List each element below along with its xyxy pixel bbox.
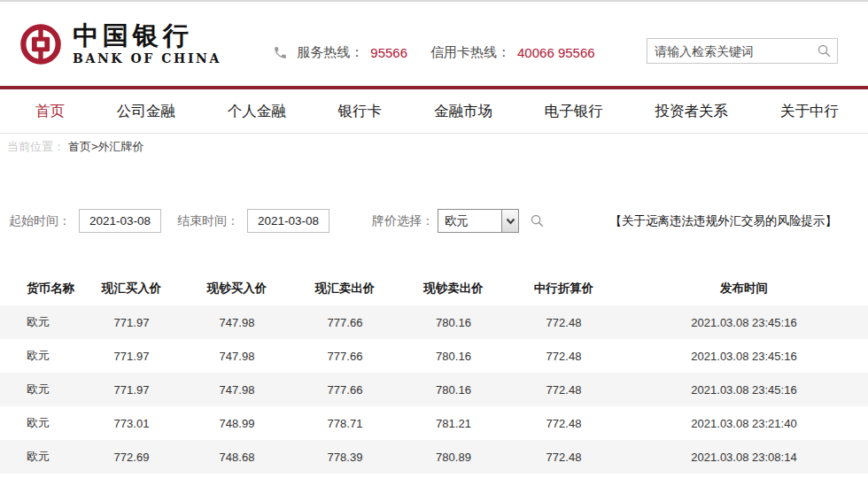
start-date-input[interactable] [79,209,161,233]
cell-boc-conversion: 772.48 [508,373,620,406]
nav-item-bank-card[interactable]: 银行卡 [338,102,383,121]
query-search-icon[interactable] [530,213,545,228]
cell-currency: 欧元 [0,406,80,440]
logo-cn-text: 中国银行 [73,23,221,49]
column-header: 货币名称 [0,272,80,305]
site-header: 中国银行 BANK OF CHINA 服务热线：95566 信用卡热线：4006… [0,2,868,86]
nav-item-financial-markets[interactable]: 金融市场 [434,102,492,121]
nav-item-e-banking[interactable]: 电子银行 [545,102,603,121]
cell-publish-time: 2021.03.08 23:45:16 [620,339,868,373]
breadcrumb-prefix: 当前位置： [7,139,65,155]
cell-spot-sell: 778.39 [291,440,399,474]
cell-cash-sell: 780.16 [399,373,508,406]
start-date-label: 起始时间： [9,213,71,229]
breadcrumb: 当前位置： 首页>外汇牌价 [0,134,868,160]
rate-filters: 起始时间： 结束时间： 牌价选择： 欧元 【关于远离违法违规外汇交易的风险提示】 [0,209,868,233]
nav-item-about-boc[interactable]: 关于中行 [780,102,839,121]
cell-spot-sell: 777.66 [291,339,399,373]
cell-spot-buy: 771.97 [80,339,183,373]
cell-publish-time: 2021.03.08 23:45:16 [620,373,868,406]
cell-boc-conversion: 772.48 [508,305,620,339]
cell-publish-time: 2021.03.08 23:08:14 [620,440,868,474]
currency-select-value: 欧元 [438,213,501,229]
service-hotline-number: 95566 [370,45,407,60]
table-row: 欧元772.69748.68778.39780.89772.482021.03.… [0,440,868,474]
currency-select-label: 牌价选择： [372,213,434,229]
end-date-input[interactable] [247,209,329,233]
currency-select[interactable]: 欧元 [438,209,519,233]
table-row: 欧元773.01748.99778.71781.21772.482021.03.… [0,406,868,440]
logo-text: 中国银行 BANK OF CHINA [73,23,221,66]
rates-table-body: 欧元771.97747.98777.66780.16772.482021.03.… [0,305,868,474]
nav-item-personal-banking[interactable]: 个人金融 [228,102,286,121]
search-input[interactable] [647,38,838,64]
column-header: 中行折算价 [508,272,620,305]
cell-spot-buy: 771.97 [80,305,183,339]
cell-spot-buy: 773.01 [80,406,183,440]
cell-spot-buy: 772.69 [80,440,183,474]
cell-currency: 欧元 [0,373,80,406]
column-header: 发布时间 [620,272,868,305]
service-hotline-label: 服务热线： [297,44,363,61]
fx-rates-table: 货币名称现汇买入价现钞买入价现汇卖出价现钞卖出价中行折算价发布时间 欧元771.… [0,272,868,474]
cell-spot-sell: 778.71 [291,406,399,440]
column-header: 现汇买入价 [80,272,183,305]
column-header: 现汇卖出价 [291,272,399,305]
credit-hotline-number: 40066 95566 [517,45,595,60]
cell-cash-sell: 780.89 [399,440,508,474]
breadcrumb-path[interactable]: 首页>外汇牌价 [68,139,144,155]
cell-currency: 欧元 [0,305,80,339]
boc-emblem-icon [19,23,62,66]
cell-publish-time: 2021.03.08 23:21:40 [620,406,868,440]
cell-spot-sell: 777.66 [291,373,399,406]
column-header: 现钞买入价 [183,272,291,305]
cell-spot-sell: 777.66 [291,305,399,339]
cell-cash-buy: 748.99 [183,406,291,440]
cell-cash-sell: 780.16 [399,339,508,373]
table-row: 欧元771.97747.98777.66780.16772.482021.03.… [0,339,868,373]
cell-cash-buy: 748.68 [183,440,291,474]
search-icon[interactable] [817,43,832,58]
cell-currency: 欧元 [0,440,80,474]
site-search [647,38,838,64]
cell-boc-conversion: 772.48 [508,406,620,440]
rates-table-head: 货币名称现汇买入价现钞买入价现汇卖出价现钞卖出价中行折算价发布时间 [0,272,868,305]
header-row: 货币名称现汇买入价现钞买入价现汇卖出价现钞卖出价中行折算价发布时间 [0,272,868,305]
phone-icon [273,45,288,60]
cell-spot-buy: 771.97 [80,373,183,406]
main-nav: 首页 公司金融 个人金融 银行卡 金融市场 电子银行 投资者关系 关于中行 [0,86,868,134]
cell-cash-buy: 747.98 [183,305,291,339]
nav-item-investor-relations[interactable]: 投资者关系 [655,102,729,121]
cell-boc-conversion: 772.48 [508,339,620,373]
table-row: 欧元771.97747.98777.66780.16772.482021.03.… [0,373,868,406]
credit-hotline-label: 信用卡热线： [430,44,510,61]
chevron-down-icon [501,210,518,232]
cell-publish-time: 2021.03.08 23:45:16 [620,305,868,339]
logo-en-text: BANK OF CHINA [73,51,221,66]
nav-item-home[interactable]: 首页 [35,102,65,121]
column-header: 现钞卖出价 [399,272,508,305]
hotlines: 服务热线：95566 信用卡热线：40066 95566 [221,44,647,61]
cell-cash-sell: 781.21 [399,406,508,440]
cell-currency: 欧元 [0,339,80,373]
fx-risk-notice-link[interactable]: 【关于远离违法违规外汇交易的风险提示】 [610,213,838,229]
cell-cash-sell: 780.16 [399,305,508,339]
end-date-label: 结束时间： [177,213,239,229]
table-row: 欧元771.97747.98777.66780.16772.482021.03.… [0,305,868,339]
bank-logo[interactable]: 中国银行 BANK OF CHINA [19,23,221,66]
cell-boc-conversion: 772.48 [508,440,620,474]
cell-cash-buy: 747.98 [183,373,291,406]
nav-item-corporate-banking[interactable]: 公司金融 [117,102,175,121]
cell-cash-buy: 747.98 [183,339,291,373]
